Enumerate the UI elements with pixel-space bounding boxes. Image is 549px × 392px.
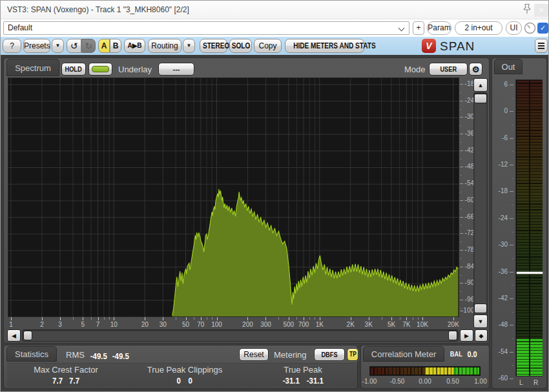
knob-mode-icon[interactable] <box>524 22 536 34</box>
io-config-button[interactable]: 2 in+out <box>455 21 502 35</box>
out-tick-label: -24 <box>493 214 508 222</box>
freq-tick-label: 30 <box>160 321 167 328</box>
out-minor-tick <box>512 338 513 339</box>
preset-bar: Default + Param 2 in+out UI ✓ <box>1 19 549 37</box>
tab-statistics[interactable]: Statistics <box>6 346 57 362</box>
menu-button[interactable] <box>535 39 548 53</box>
freq-major-tick <box>217 317 218 320</box>
stereo-button[interactable]: STEREO <box>200 39 227 53</box>
add-preset-button[interactable]: + <box>413 21 424 35</box>
copy-a-to-b-button[interactable]: A▶B <box>124 39 145 53</box>
led-indicator <box>92 66 109 72</box>
freq-minor-tick <box>418 317 419 320</box>
freq-minor-tick <box>278 317 279 320</box>
true-peak-clippings-group: True Peak Clippings 0 0 <box>132 365 238 386</box>
freq-tick-label: 2 <box>40 321 44 328</box>
horizontal-scroll-thumb-left[interactable] <box>23 331 32 340</box>
db-major-tick <box>460 84 463 85</box>
out-major-tick <box>510 165 513 165</box>
db-major-tick <box>460 101 463 101</box>
correlation-tick-label: -1.00 <box>362 378 377 385</box>
horizontal-scroll-track[interactable] <box>22 329 459 342</box>
freq-minor-tick <box>194 317 194 320</box>
ui-button[interactable]: UI <box>506 21 522 35</box>
freq-tick-label: 7 <box>96 321 100 328</box>
param-button[interactable]: Param <box>427 21 451 35</box>
freq-minor-tick <box>309 317 310 320</box>
freq-minor-tick <box>176 317 176 320</box>
underlay-selector-button[interactable]: --- <box>158 63 194 76</box>
bal-label: BAL <box>449 350 464 358</box>
db-tick-label: -96 <box>465 296 474 303</box>
rms-label: RMS <box>66 350 85 360</box>
vertical-scroll-thumb-bottom[interactable] <box>474 304 487 313</box>
out-minor-tick <box>512 125 513 125</box>
help-button[interactable]: ? <box>3 39 21 53</box>
redo-button[interactable]: ↻ <box>81 39 96 53</box>
db-tick-label: -36 <box>465 130 474 137</box>
mode-label: Mode <box>404 65 426 74</box>
spectrum-settings-gear-button[interactable]: ⚙ <box>469 63 482 76</box>
scroll-reset-button[interactable]: ◆ <box>475 329 488 342</box>
tab-spectrum[interactable]: Spectrum <box>6 59 59 76</box>
scroll-right-button[interactable]: ▶ <box>460 329 473 342</box>
presets-dropdown-button[interactable]: ▼ <box>52 39 64 53</box>
db-major-tick <box>460 300 463 300</box>
spectrum-plot[interactable] <box>8 77 459 317</box>
db-major-tick <box>460 267 463 267</box>
routing-dropdown-button[interactable]: ▼ <box>183 39 195 53</box>
freq-major-tick <box>320 317 320 320</box>
preset-combobox[interactable]: Default <box>3 21 409 35</box>
freq-major-tick <box>391 317 392 320</box>
db-tick-label: -66 <box>465 213 474 220</box>
freq-tick-label: 500 <box>283 321 294 328</box>
freq-major-tick <box>406 317 407 320</box>
true-peak-toggle-button[interactable]: TP <box>347 348 358 361</box>
freq-minor-tick <box>104 317 105 320</box>
scroll-down-button[interactable]: ▼ <box>473 315 488 328</box>
freq-tick-label: 1 <box>9 321 13 328</box>
db-major-tick <box>460 283 463 284</box>
correlation-tick-label: -0.50 <box>390 378 405 385</box>
out-major-tick <box>510 191 513 192</box>
db-minor-tick <box>460 275 462 276</box>
solo-button[interactable]: SOLO <box>229 39 252 53</box>
hide-meters-button[interactable]: HIDE METERS AND STATS <box>285 39 364 53</box>
hold-led-button[interactable] <box>88 63 112 76</box>
presets-button[interactable]: Presets <box>23 39 50 53</box>
max-crest-factor-group: Max Crest Factor 7.7 7.7 <box>17 365 115 386</box>
freq-tick-label: 3K <box>365 321 373 328</box>
scroll-left-button[interactable]: ◀ <box>7 329 21 342</box>
correlation-tick-label: 0.00 <box>419 378 431 385</box>
horizontal-scroll-thumb-right[interactable] <box>448 331 457 340</box>
tab-out[interactable]: Out <box>494 59 523 74</box>
pin-icon[interactable] <box>521 3 533 15</box>
reset-button[interactable]: Reset <box>239 348 269 361</box>
db-minor-tick <box>460 225 462 225</box>
close-button[interactable]: × <box>534 4 548 17</box>
metering-label: Metering <box>274 350 307 360</box>
vertical-scroll-track[interactable] <box>473 92 488 327</box>
enabled-checkbox[interactable]: ✓ <box>537 23 548 34</box>
out-minor-tick <box>512 98 513 99</box>
tab-correlation-meter[interactable]: Correlation Meter <box>363 346 444 362</box>
db-minor-tick <box>460 142 462 143</box>
undo-button[interactable]: ↺ <box>67 39 81 53</box>
window-title: VST3: SPAN (Voxengo) - Track 1 "3_MKH806… <box>7 5 189 14</box>
scroll-up-button[interactable]: ▲ <box>473 78 488 92</box>
db-minor-tick <box>460 192 462 192</box>
mode-selector-button[interactable]: USER <box>429 63 468 76</box>
routing-button[interactable]: Routing <box>148 39 181 53</box>
bal-value: 0.0 <box>466 349 478 359</box>
ab-slot-a-button[interactable]: A <box>98 39 110 53</box>
freq-tick-label: 100 <box>211 321 222 328</box>
correlation-tick-label: 0.50 <box>446 378 459 385</box>
copy-button[interactable]: Copy <box>254 39 282 53</box>
out-minor-tick <box>512 151 513 152</box>
db-minor-tick <box>460 125 462 126</box>
metering-mode-button[interactable]: DBFS <box>314 348 345 361</box>
vertical-scroll-thumb-top[interactable] <box>474 94 487 103</box>
ab-slot-b-button[interactable]: B <box>110 39 121 53</box>
hold-button[interactable]: HOLD <box>61 63 86 76</box>
out-major-tick <box>510 218 513 219</box>
